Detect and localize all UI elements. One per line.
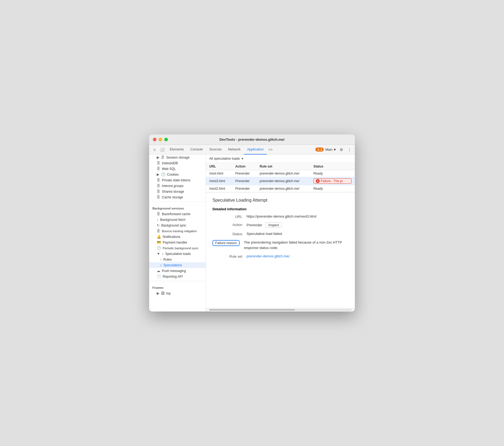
sidebar-item-cache-storage[interactable]: 🗄 Cache storage	[149, 194, 206, 200]
sidebar-item-notifications[interactable]: 🔔 Notifications	[149, 234, 206, 240]
titlebar: DevTools - prerender-demos.glitch.me/	[149, 135, 355, 145]
sidebar-item-bg-sync[interactable]: ↻ Background sync	[149, 222, 206, 228]
table-row[interactable]: /next.html Prerender prerender-demos.gli…	[206, 170, 355, 177]
sidebar-item-private-state[interactable]: 🗄 Private state tokens	[149, 177, 206, 183]
sidebar-item-bounce-tracking[interactable]: 🗄 Bounce tracking mitigation	[149, 228, 206, 234]
devtools-window: DevTools - prerender-demos.glitch.me/ ⊹ …	[149, 135, 355, 311]
cell-url-2: /next3.html	[206, 177, 232, 185]
scrollbar-area	[206, 308, 355, 311]
spec-icon: ↕	[162, 252, 164, 256]
tab-elements[interactable]: Elements	[166, 145, 187, 155]
context-selector[interactable]: Main ▼	[325, 148, 336, 152]
scrollbar-track[interactable]	[209, 309, 352, 311]
filter-label: All speculative loads	[209, 157, 240, 160]
filter-arrow-icon: ▼	[241, 157, 244, 160]
db-icon9: 🗄	[157, 229, 160, 233]
inspect-button[interactable]: Inspect	[265, 222, 282, 228]
sidebar-label-session-storage: Session storage	[166, 156, 189, 159]
expand-icon3: ▼	[157, 252, 160, 256]
detail-row-url: URL https://prerender-demos.glitch.me/ne…	[212, 214, 348, 219]
warning-badge[interactable]: ⚠ 2	[315, 147, 324, 152]
frames-section: Frames	[149, 283, 206, 290]
scrollbar-thumb[interactable]	[209, 309, 295, 311]
more-tabs-button[interactable]: >>	[267, 147, 274, 152]
sidebar: ▶ 🗄 Session storage 🗄 IndexedDB 🗄 Web SQ…	[149, 155, 206, 311]
sidebar-item-bg-fetch[interactable]: ↕ Background fetch	[149, 217, 206, 222]
main-tabs: Elements Console Sources Network Applica…	[166, 145, 314, 155]
sidebar-label-payment-handler: Payment handler	[163, 241, 187, 244]
tab-network[interactable]: Network	[225, 145, 244, 155]
maximize-button[interactable]	[164, 138, 168, 141]
table-header-row: URL Action Rule set Status	[206, 163, 355, 170]
toolbar-right: ⚠ 2 Main ▼ ⚙ ⋮	[315, 146, 353, 153]
speculative-loads-table: URL Action Rule set Status /next.html Pr…	[206, 163, 355, 192]
sidebar-item-reporting-api[interactable]: 📄 Reporting API	[149, 274, 206, 279]
divider1	[149, 202, 206, 202]
tab-console[interactable]: Console	[187, 145, 206, 155]
cookie-icon: 🕐	[161, 172, 165, 176]
sidebar-label-cookies: Cookies	[167, 173, 179, 176]
sidebar-item-payment-handler[interactable]: 💳 Payment handler	[149, 240, 206, 245]
settings-icon[interactable]: ⚙	[338, 146, 345, 153]
detail-value-ruleset-link[interactable]: prerender-demos.glitch.me/	[247, 254, 348, 258]
sidebar-label-bg-sync: Background sync	[161, 224, 186, 227]
cell-action: Prerender	[232, 170, 256, 177]
minimize-button[interactable]	[159, 138, 162, 141]
notification-icon: 🔔	[157, 235, 161, 239]
col-status: Status	[310, 163, 355, 170]
detail-panel: Speculative Loading Attempt Detailed inf…	[206, 192, 355, 308]
col-ruleset: Rule set	[256, 163, 310, 170]
sidebar-label-notifications: Notifications	[163, 235, 180, 239]
sidebar-item-speculations[interactable]: ↕ Speculations	[149, 262, 206, 268]
cell-action-2: Prerender	[232, 177, 256, 185]
detail-label-ruleset: Rule set	[212, 254, 242, 258]
failure-x-icon: ✕	[316, 179, 320, 183]
detail-value-url: https://prerender-demos.glitch.me/next3.…	[247, 214, 348, 218]
sidebar-label-back-forward: Back/forward cache	[162, 212, 190, 216]
db-icon3: 🗄	[157, 167, 160, 171]
sidebar-item-speculative-loads[interactable]: ▼ ↕ Speculative loads	[149, 251, 206, 257]
sidebar-item-indexeddb[interactable]: 🗄 IndexedDB	[149, 160, 206, 166]
sidebar-label-web-sql: Web SQL	[162, 167, 176, 171]
detail-row-status: Status Speculative load failed.	[212, 232, 348, 236]
sidebar-item-cookies[interactable]: ▶ 🕐 Cookies	[149, 172, 206, 177]
bg-services-section: Background services	[149, 204, 206, 211]
cell-status-3: Ready	[310, 185, 355, 192]
filter-dropdown[interactable]: All speculative loads ▼	[209, 157, 244, 160]
detail-label-action: Action	[212, 222, 242, 227]
payment-icon: 💳	[157, 240, 161, 244]
sidebar-label-bg-fetch: Background fetch	[160, 218, 185, 222]
db-icon6: 🗄	[157, 189, 160, 194]
sidebar-label-top: top	[166, 291, 171, 295]
tab-sources[interactable]: Sources	[206, 145, 225, 155]
sidebar-label-push-messaging: Push messaging	[162, 269, 186, 273]
traffic-lights	[153, 138, 168, 141]
cursor-icon[interactable]: ⊹	[151, 146, 158, 153]
sidebar-label-reporting-api: Reporting API	[163, 275, 183, 278]
sync-icon: ↻	[157, 223, 160, 227]
sidebar-item-web-sql[interactable]: 🗄 Web SQL	[149, 166, 206, 172]
device-icon[interactable]: ⬜	[159, 146, 165, 153]
sidebar-item-interest-groups[interactable]: 🗄 Interest groups	[149, 183, 206, 189]
sidebar-item-rules[interactable]: ↑ Rules	[149, 257, 206, 262]
doc-icon: 📄	[157, 274, 161, 278]
col-action: Action	[232, 163, 256, 170]
sidebar-item-top[interactable]: ▶ 🖼 top	[149, 290, 206, 296]
sidebar-item-session-storage[interactable]: ▶ 🗄 Session storage	[149, 155, 206, 160]
sidebar-item-shared-storage[interactable]: 🗄 Shared storage	[149, 189, 206, 194]
window-title: DevTools - prerender-demos.glitch.me/	[220, 137, 284, 142]
table-row-3[interactable]: /next2.html Prerender prerender-demos.gl…	[206, 185, 355, 192]
sidebar-item-periodic-bg-sync[interactable]: 🕐 Periodic background sync	[149, 245, 206, 251]
main-layout: ▶ 🗄 Session storage 🗄 IndexedDB 🗄 Web SQ…	[149, 155, 355, 311]
sidebar-item-back-forward[interactable]: 🗄 Back/forward cache	[149, 211, 206, 217]
sidebar-item-push-messaging[interactable]: ☁ Push messaging	[149, 268, 206, 274]
cell-ruleset: prerender-demos.glitch.me/	[256, 170, 310, 177]
close-button[interactable]	[153, 138, 156, 141]
sidebar-label-speculations: Speculations	[163, 263, 182, 267]
spec-icon2: ↕	[160, 263, 162, 267]
more-options-icon[interactable]: ⋮	[346, 146, 353, 153]
table-row-selected[interactable]: /next3.html Prerender prerender-demos.gl…	[206, 177, 355, 185]
detail-row-ruleset: Rule set prerender-demos.glitch.me/	[212, 254, 348, 258]
cell-ruleset-3: prerender-demos.glitch.me/	[256, 185, 310, 192]
tab-application[interactable]: Application	[244, 145, 267, 155]
